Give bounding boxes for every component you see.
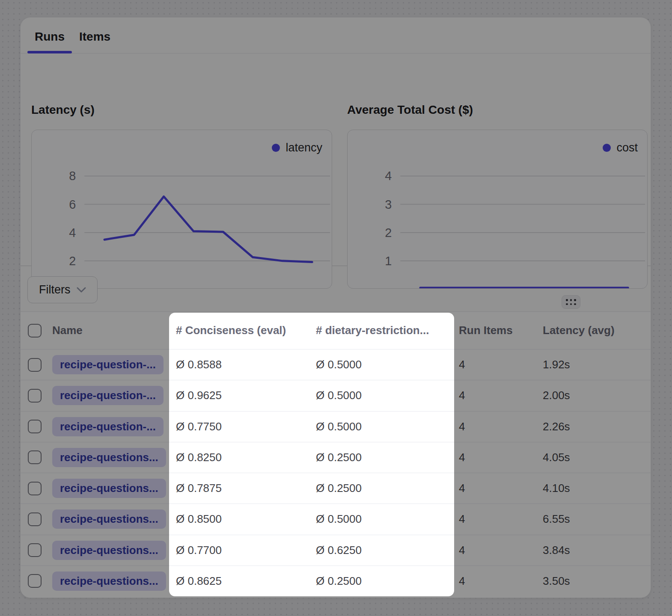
- row-checkbox[interactable]: [28, 358, 42, 372]
- score-dietary: Ø 0.6250: [316, 544, 459, 557]
- table-row[interactable]: recipe-question-... Ø 0.7750 Ø 0.5000 4 …: [21, 411, 651, 442]
- score-conciseness: Ø 0.7750: [176, 420, 316, 433]
- score-dietary: Ø 0.5000: [316, 420, 459, 433]
- latency-legend[interactable]: latency: [272, 141, 322, 154]
- table-row[interactable]: recipe-questions... Ø 0.7700 Ø 0.6250 4 …: [21, 535, 651, 566]
- svg-text:4: 4: [69, 226, 76, 240]
- table-row[interactable]: recipe-question-... Ø 0.8588 Ø 0.5000 4 …: [21, 349, 651, 380]
- column-header-conciseness: # Conciseness (eval): [176, 324, 316, 337]
- tab-items-label: Items: [79, 30, 110, 43]
- score-conciseness: Ø 0.7700: [176, 544, 316, 557]
- score-conciseness: Ø 0.8625: [176, 575, 316, 588]
- latency-chart-title: Latency (s): [31, 103, 95, 117]
- latency-avg: 2.00s: [543, 389, 651, 402]
- run-items-count: 4: [459, 358, 543, 371]
- select-all-checkbox[interactable]: [28, 324, 42, 338]
- row-checkbox[interactable]: [28, 512, 42, 526]
- run-name-badge[interactable]: recipe-question-...: [52, 386, 164, 405]
- panel-resize-handle[interactable]: [562, 295, 580, 309]
- select-all-cell: [21, 324, 52, 338]
- cost-chart-card: 1234 cost: [347, 130, 648, 289]
- latency-avg: 6.55s: [543, 512, 651, 526]
- page: { "tabs": [ { "label": "Runs", "active":…: [0, 0, 672, 616]
- grip-dots-icon: [566, 299, 576, 305]
- score-conciseness: Ø 0.8500: [176, 512, 316, 526]
- column-header-latency: Latency (avg): [543, 324, 651, 337]
- row-checkbox[interactable]: [28, 482, 42, 495]
- row-select-cell: [21, 358, 52, 372]
- tab-runs[interactable]: Runs: [27, 30, 72, 53]
- score-dietary: Ø 0.5000: [316, 512, 459, 526]
- svg-text:8: 8: [69, 169, 76, 183]
- run-name-badge[interactable]: recipe-questions...: [52, 479, 166, 498]
- run-items-count: 4: [459, 451, 543, 464]
- latency-avg: 1.92s: [543, 358, 651, 371]
- row-select-cell: [21, 574, 52, 588]
- score-dietary: Ø 0.5000: [316, 358, 459, 371]
- svg-text:2: 2: [69, 254, 76, 268]
- cost-chart-title: Average Total Cost ($): [347, 103, 473, 117]
- runs-panel: Runs Items Latency (s) 2468 latency Aver…: [20, 17, 651, 598]
- cost-line-chart: 1234: [348, 130, 647, 288]
- latency-avg: 3.50s: [543, 575, 651, 588]
- table-header-row: Name # Conciseness (eval) # dietary-rest…: [21, 312, 651, 349]
- tab-items[interactable]: Items: [72, 30, 118, 53]
- score-conciseness: Ø 0.8250: [176, 451, 316, 464]
- score-conciseness: Ø 0.8588: [176, 358, 316, 371]
- run-name-badge[interactable]: recipe-questions...: [52, 448, 166, 467]
- filters-row: Filters: [21, 267, 651, 312]
- svg-text:4: 4: [385, 169, 392, 183]
- row-select-cell: [21, 512, 52, 526]
- table-row[interactable]: recipe-questions... Ø 0.7875 Ø 0.2500 4 …: [21, 473, 651, 503]
- run-name-badge[interactable]: recipe-questions...: [52, 509, 166, 529]
- run-name-badge[interactable]: recipe-questions...: [52, 572, 166, 591]
- row-select-cell: [21, 389, 52, 403]
- score-dietary: Ø 0.2500: [316, 482, 459, 495]
- table-body: recipe-question-... Ø 0.8588 Ø 0.5000 4 …: [21, 349, 651, 596]
- cost-legend[interactable]: cost: [603, 141, 638, 154]
- run-name-badge[interactable]: recipe-question-...: [52, 417, 164, 436]
- column-header-dietary: # dietary-restriction...: [316, 324, 459, 337]
- row-checkbox[interactable]: [28, 420, 42, 433]
- row-checkbox[interactable]: [28, 543, 42, 557]
- latency-legend-label: latency: [285, 141, 322, 154]
- charts-section: Latency (s) 2468 latency Average Total C…: [21, 53, 651, 266]
- filters-button[interactable]: Filters: [27, 276, 98, 303]
- latency-avg: 4.05s: [543, 451, 651, 464]
- row-checkbox[interactable]: [28, 574, 42, 588]
- run-items-count: 4: [459, 512, 543, 526]
- runs-table: Name # Conciseness (eval) # dietary-rest…: [21, 312, 651, 598]
- run-items-count: 4: [459, 575, 543, 588]
- table-row[interactable]: recipe-questions... Ø 0.8500 Ø 0.5000 4 …: [21, 503, 651, 534]
- svg-text:1: 1: [385, 254, 392, 268]
- svg-text:3: 3: [385, 198, 392, 211]
- column-header-run-items: Run Items: [459, 324, 543, 337]
- filters-button-label: Filters: [39, 283, 71, 296]
- row-select-cell: [21, 482, 52, 495]
- latency-legend-dot-icon: [272, 144, 280, 152]
- cost-legend-label: cost: [616, 141, 638, 154]
- row-select-cell: [21, 543, 52, 557]
- score-conciseness: Ø 0.9625: [176, 389, 316, 402]
- table-row[interactable]: recipe-questions... Ø 0.8250 Ø 0.2500 4 …: [21, 442, 651, 473]
- run-items-count: 4: [459, 389, 543, 402]
- run-name-badge[interactable]: recipe-questions...: [52, 541, 166, 560]
- row-checkbox[interactable]: [28, 450, 42, 464]
- latency-avg: 4.10s: [543, 482, 651, 495]
- latency-chart-card: 2468 latency: [31, 130, 332, 289]
- score-dietary: Ø 0.2500: [316, 451, 459, 464]
- run-name-badge[interactable]: recipe-question-...: [52, 355, 164, 374]
- score-conciseness: Ø 0.7875: [176, 482, 316, 495]
- latency-avg: 2.26s: [543, 420, 651, 433]
- row-checkbox[interactable]: [28, 389, 42, 403]
- column-header-name: Name: [52, 324, 176, 337]
- score-dietary: Ø 0.5000: [316, 389, 459, 402]
- run-items-count: 4: [459, 482, 543, 495]
- latency-avg: 3.84s: [543, 544, 651, 557]
- chevron-down-icon: [77, 287, 86, 293]
- row-select-cell: [21, 420, 52, 433]
- run-items-count: 4: [459, 544, 543, 557]
- table-row[interactable]: recipe-questions... Ø 0.8625 Ø 0.2500 4 …: [21, 566, 651, 596]
- tab-runs-label: Runs: [35, 30, 65, 43]
- table-row[interactable]: recipe-question-... Ø 0.9625 Ø 0.5000 4 …: [21, 380, 651, 411]
